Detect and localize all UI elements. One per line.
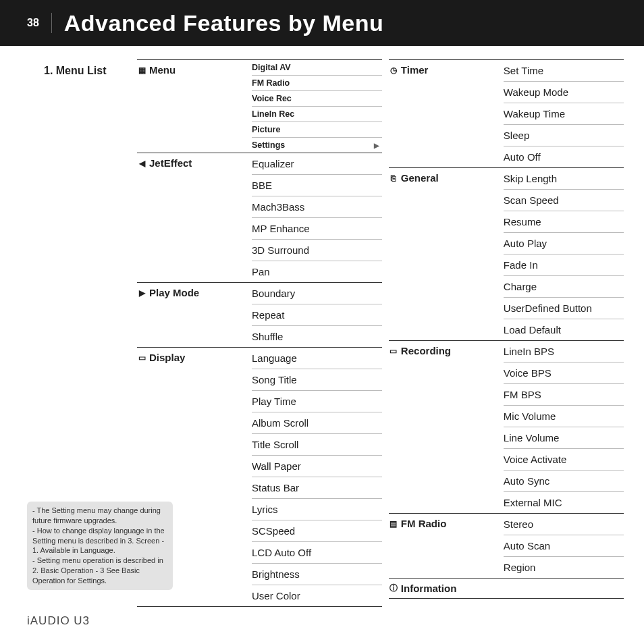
menu-item: Voice Rec bbox=[252, 91, 382, 107]
menu-row: ▦MenuDigital AVFM RadioVoice RecLineIn R… bbox=[137, 60, 382, 153]
menu-block: ▦MenuDigital AVFM RadioVoice RecLineIn R… bbox=[137, 59, 382, 153]
menu-category-label: Menu bbox=[149, 64, 176, 76]
menu-items: Digital AVFM RadioVoice RecLineIn RecPic… bbox=[252, 60, 382, 153]
menu-item: Boundary bbox=[252, 283, 382, 304]
menu-items: LineIn BPSVoice BPSFM BPSMic VolumeLine … bbox=[504, 341, 624, 513]
note-line: - Setting menu operation is described in… bbox=[32, 556, 167, 586]
menu-item: Auto Off bbox=[504, 146, 624, 167]
page-number: 38 bbox=[27, 13, 52, 33]
note-line: - How to change display language in the … bbox=[32, 526, 167, 556]
menu-item: Fade In bbox=[504, 254, 624, 276]
menu-block: ⎘GeneralSkip LengthScan SpeedResumeAuto … bbox=[389, 167, 624, 340]
play-icon: ▶ bbox=[137, 288, 146, 298]
menu-item: Album Scroll bbox=[252, 412, 382, 434]
menu-category-recording: ▭Recording bbox=[389, 341, 504, 356]
menu-block: ◀JetEffectEqualizerBBEMach3BassMP Enhanc… bbox=[137, 153, 382, 282]
menu-row: ▭DisplayLanguageSong TitlePlay TimeAlbum… bbox=[137, 348, 382, 606]
menu-category-jeteffect: ◀JetEffect bbox=[137, 153, 252, 169]
menu-items: LanguageSong TitlePlay TimeAlbum ScrollT… bbox=[252, 348, 382, 606]
general-icon: ⎘ bbox=[389, 173, 398, 183]
menu-item: Picture bbox=[252, 122, 382, 138]
menu-item: Voice Activate bbox=[504, 449, 624, 471]
menu-item: Mic Volume bbox=[504, 406, 624, 427]
page-title: Advanced Features by Menu bbox=[64, 10, 384, 36]
menu-category-information: ⓘInformation bbox=[389, 578, 624, 599]
menu-item: Skip Length bbox=[504, 168, 624, 190]
menu-row: ◷TimerSet TimeWakeup ModeWakeup TimeSlee… bbox=[389, 60, 624, 167]
menu-item: LineIn BPS bbox=[504, 341, 624, 363]
menu-row: ▶Play ModeBoundaryRepeatShuffle bbox=[137, 283, 382, 347]
menu-block: ▭DisplayLanguageSong TitlePlay TimeAlbum… bbox=[137, 347, 382, 606]
menu-item: Brightness bbox=[252, 564, 382, 585]
menu-row: ◀JetEffectEqualizerBBEMach3BassMP Enhanc… bbox=[137, 153, 382, 282]
menu-row: ▤FM RadioStereoAuto ScanRegion bbox=[389, 514, 624, 578]
menu-block: ◷TimerSet TimeWakeup ModeWakeup TimeSlee… bbox=[389, 59, 624, 167]
menu-item: Status Bar bbox=[252, 477, 382, 499]
menu-item: Auto Play bbox=[504, 233, 624, 254]
recording-icon: ▭ bbox=[389, 346, 398, 356]
menu-item: UserDefined Button bbox=[504, 298, 624, 319]
menu-item: Set Time bbox=[504, 60, 624, 82]
menu-row: ▭RecordingLineIn BPSVoice BPSFM BPSMic V… bbox=[389, 341, 624, 513]
section-title: 1. Menu List bbox=[44, 65, 106, 77]
menu-items: Skip LengthScan SpeedResumeAuto PlayFade… bbox=[504, 168, 624, 340]
menu-category-label: Display bbox=[149, 352, 185, 363]
menu-item: Charge bbox=[504, 276, 624, 298]
menu-item: Scan Speed bbox=[504, 190, 624, 211]
menu-item: Language bbox=[252, 348, 382, 369]
menu-item: Stereo bbox=[504, 514, 624, 535]
menu-item: Wakeup Mode bbox=[504, 82, 624, 103]
menu-item: Mach3Bass bbox=[252, 196, 382, 218]
menu-item: MP Enhance bbox=[252, 218, 382, 240]
menu-column-1: ▦MenuDigital AVFM RadioVoice RecLineIn R… bbox=[137, 59, 382, 607]
menu-category-label: Recording bbox=[401, 345, 451, 356]
menu-item: Lyrics bbox=[252, 499, 382, 520]
menu-category-label: FM Radio bbox=[401, 518, 447, 529]
menu-item: Region bbox=[504, 557, 624, 578]
menu-category-label: Play Mode bbox=[149, 287, 199, 298]
menu-item: Auto Scan bbox=[504, 535, 624, 557]
menu-category-general: ⎘General bbox=[389, 168, 504, 184]
menu-category-label: Timer bbox=[401, 64, 429, 76]
radio-icon: ▤ bbox=[389, 519, 398, 529]
menu-category-label: JetEffect bbox=[149, 157, 192, 169]
menu-item: Resume bbox=[504, 211, 624, 233]
menu-block: ▶Play ModeBoundaryRepeatShuffle bbox=[137, 282, 382, 347]
note-box: - The Setting menu may change during fut… bbox=[27, 502, 173, 590]
menu-item: Song Title bbox=[252, 369, 382, 391]
menu-category-fm-radio: ▤FM Radio bbox=[389, 514, 504, 529]
menu-item: Digital AV bbox=[252, 60, 382, 76]
menu-item: Wakeup Time bbox=[504, 103, 624, 125]
menu-item: Shuffle bbox=[252, 326, 382, 347]
menu-category-play-mode: ▶Play Mode bbox=[137, 283, 252, 298]
menu-block: ▭RecordingLineIn BPSVoice BPSFM BPSMic V… bbox=[389, 340, 624, 513]
product-footer: iAUDIO U3 bbox=[27, 614, 90, 628]
menu-item: Pan bbox=[252, 261, 382, 282]
menu-item: BBE bbox=[252, 175, 382, 196]
menu-items: BoundaryRepeatShuffle bbox=[252, 283, 382, 347]
clock-icon: ◷ bbox=[389, 65, 398, 75]
menu-item: Auto Sync bbox=[504, 471, 624, 492]
menu-item: Repeat bbox=[252, 304, 382, 326]
info-icon: ⓘ bbox=[389, 584, 398, 593]
speaker-icon: ◀ bbox=[137, 159, 146, 168]
menu-grid-icon: ▦ bbox=[137, 65, 146, 75]
header-bar: 38 Advanced Features by Menu bbox=[0, 0, 644, 46]
submenu-arrow-icon: ▶ bbox=[374, 142, 379, 149]
menu-item: LCD Auto Off bbox=[252, 542, 382, 564]
menu-item: Wall Paper bbox=[252, 456, 382, 477]
menu-items: StereoAuto ScanRegion bbox=[504, 514, 624, 578]
menu-category-display: ▭Display bbox=[137, 348, 252, 363]
menu-item: Line Volume bbox=[504, 427, 624, 449]
menu-column-2: ◷TimerSet TimeWakeup ModeWakeup TimeSlee… bbox=[389, 59, 624, 607]
display-icon: ▭ bbox=[137, 353, 146, 363]
note-line: - The Setting menu may change during fut… bbox=[32, 506, 167, 526]
menu-item: LineIn Rec bbox=[252, 107, 382, 122]
menu-items: Set TimeWakeup ModeWakeup TimeSleepAuto … bbox=[504, 60, 624, 167]
menu-item: Sleep bbox=[504, 125, 624, 146]
menu-row: ⎘GeneralSkip LengthScan SpeedResumeAuto … bbox=[389, 168, 624, 340]
menu-item: Settings▶ bbox=[252, 138, 382, 153]
menu-item: Equalizer bbox=[252, 153, 382, 175]
menu-item: SCSpeed bbox=[252, 520, 382, 542]
menu-item: Play Time bbox=[252, 391, 382, 412]
